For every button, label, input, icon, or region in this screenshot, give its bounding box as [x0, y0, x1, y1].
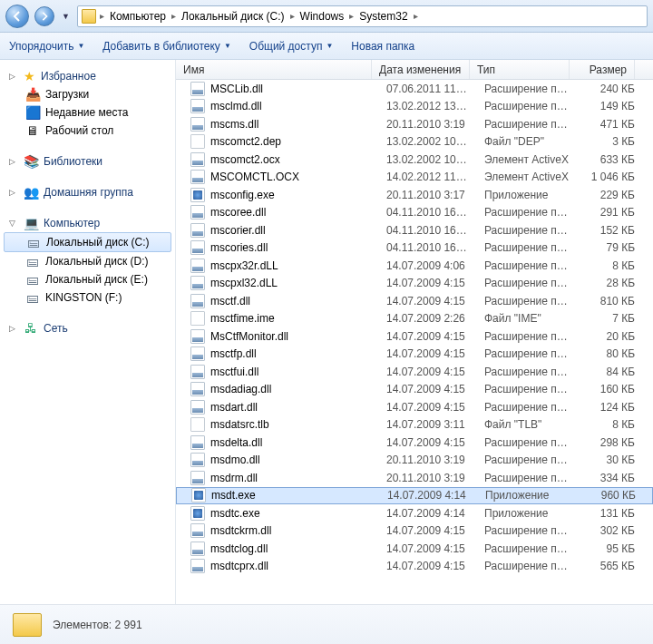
- favorites-header[interactable]: ▷★Избранное: [0, 67, 175, 85]
- folder-icon: [13, 613, 42, 637]
- dll-icon: [190, 453, 205, 467]
- file-date: 14.07.2009 4:15: [379, 560, 477, 572]
- file-size: 152 КБ: [577, 224, 642, 237]
- dll-icon: [190, 471, 205, 485]
- libraries-header[interactable]: ▷📚Библиотеки: [0, 152, 175, 171]
- file-row[interactable]: msctf.dll14.07.2009 4:15Расширение при..…: [176, 292, 653, 310]
- file-size: 20 КБ: [577, 330, 642, 343]
- file-type: Расширение при...: [477, 401, 577, 414]
- file-size: 334 КБ: [577, 472, 642, 484]
- file-type: Расширение при...: [477, 347, 577, 360]
- sidebar-downloads[interactable]: 📥Загрузки: [0, 85, 175, 103]
- column-headers[interactable]: Имя Дата изменения Тип Размер: [176, 60, 653, 80]
- file-size: 565 КБ: [577, 560, 642, 572]
- file-icon: [190, 311, 205, 326]
- file-row[interactable]: msdmo.dll20.11.2010 3:19Расширение при..…: [176, 452, 653, 470]
- file-name: msdatsrc.tlb: [210, 418, 269, 431]
- breadcrumb-separator[interactable]: ▸: [412, 11, 420, 21]
- sidebar-drive-c[interactable]: 🖴Локальный диск (C:): [4, 232, 171, 252]
- back-button[interactable]: [5, 5, 29, 28]
- file-row[interactable]: msconfig.exe20.11.2010 3:17Приложение229…: [176, 186, 653, 204]
- network-header[interactable]: ▷🖧Сеть: [0, 319, 175, 337]
- file-type: Приложение: [477, 189, 577, 201]
- sidebar-drive-d[interactable]: 🖴Локальный диск (D:): [0, 252, 175, 270]
- file-type: Расширение при...: [477, 524, 577, 537]
- exe-icon: [191, 488, 206, 503]
- file-row[interactable]: mscpxl32.dLL14.07.2009 4:15Расширение пр…: [176, 275, 653, 293]
- col-date[interactable]: Дата изменения: [372, 60, 470, 79]
- file-row[interactable]: msdtcprx.dll14.07.2009 4:15Расширение пр…: [176, 558, 653, 576]
- breadcrumb-item[interactable]: Компьютер: [108, 10, 168, 23]
- nav-pane[interactable]: ▷★Избранное 📥Загрузки 🟦Недавние места 🖥Р…: [0, 60, 176, 604]
- file-type: Расширение при...: [477, 241, 577, 254]
- file-row[interactable]: msctfui.dll14.07.2009 4:15Расширение при…: [176, 363, 653, 381]
- file-type: Расширение при...: [477, 454, 577, 466]
- file-row[interactable]: mscomct2.dep13.02.2002 10:20Файл "DEP"3 …: [176, 133, 653, 151]
- share-button[interactable]: Общий доступ ▼: [249, 40, 334, 53]
- history-dropdown[interactable]: ▼: [60, 12, 72, 21]
- file-row[interactable]: msdt.exe14.07.2009 4:14Приложение960 КБ: [176, 487, 653, 505]
- file-size: 131 КБ: [577, 507, 642, 520]
- file-row[interactable]: MSCLib.dll07.06.2011 11:13Расширение при…: [176, 80, 653, 98]
- file-row[interactable]: msclmd.dll13.02.2012 13:53Расширение при…: [176, 98, 653, 116]
- file-name: MsCtfMonitor.dll: [210, 330, 288, 343]
- file-row[interactable]: msdadiag.dll14.07.2009 4:15Расширение пр…: [176, 381, 653, 399]
- organize-button[interactable]: Упорядочить ▼: [9, 40, 84, 53]
- sidebar-drive-e[interactable]: 🖴Локальный диск (E:): [0, 270, 175, 288]
- col-name[interactable]: Имя: [176, 60, 372, 79]
- file-row[interactable]: mscomct2.ocx13.02.2002 10:26Элемент Acti…: [176, 151, 653, 169]
- file-name: msctfui.dll: [210, 366, 258, 378]
- file-row[interactable]: msdart.dll14.07.2009 4:15Расширение при.…: [176, 398, 653, 416]
- file-size: 633 КБ: [577, 153, 642, 166]
- col-type[interactable]: Тип: [470, 60, 570, 79]
- breadcrumb[interactable]: ▸Компьютер▸Локальный диск (C:)▸Windows▸S…: [77, 5, 648, 27]
- sidebar-recent[interactable]: 🟦Недавние места: [0, 103, 175, 122]
- dll-icon: [190, 523, 205, 538]
- file-row[interactable]: mscoree.dll04.11.2010 16:58Расширение пр…: [176, 204, 653, 222]
- file-name: msdelta.dll: [210, 436, 262, 449]
- file-size: 8 КБ: [577, 418, 642, 431]
- add-to-library-button[interactable]: Добавить в библиотеку ▼: [102, 40, 230, 53]
- file-row[interactable]: msdtclog.dll14.07.2009 4:15Расширение пр…: [176, 540, 653, 558]
- file-name: mscomct2.ocx: [210, 153, 280, 166]
- file-row[interactable]: msctfime.ime14.07.2009 2:26Файл "IME"7 К…: [176, 310, 653, 328]
- file-row[interactable]: msdtckrm.dll14.07.2009 4:15Расширение пр…: [176, 522, 653, 541]
- file-size: 471 КБ: [577, 118, 642, 131]
- toolbar: Упорядочить ▼ Добавить в библиотеку ▼ Об…: [0, 33, 653, 60]
- breadcrumb-item[interactable]: System32: [357, 10, 409, 23]
- homegroup-header[interactable]: ▷👥Домашняя группа: [0, 183, 175, 201]
- file-row[interactable]: mscories.dll04.11.2010 16:58Расширение п…: [176, 239, 653, 258]
- file-row[interactable]: msdrm.dll20.11.2010 3:19Расширение при..…: [176, 469, 653, 487]
- file-row[interactable]: msdelta.dll14.07.2009 4:15Расширение при…: [176, 434, 653, 452]
- file-rows[interactable]: MSCLib.dll07.06.2011 11:13Расширение при…: [176, 80, 653, 604]
- file-row[interactable]: mscpx32r.dLL14.07.2009 4:06Расширение пр…: [176, 257, 653, 275]
- file-name: msdtckrm.dll: [210, 524, 271, 537]
- breadcrumb-item[interactable]: Windows: [298, 10, 346, 23]
- file-row[interactable]: mscorier.dll04.11.2010 16:58Расширение п…: [176, 221, 653, 239]
- col-size[interactable]: Размер: [570, 60, 635, 79]
- file-list: Имя Дата изменения Тип Размер MSCLib.dll…: [176, 60, 653, 604]
- computer-header[interactable]: ▽💻Компьютер: [0, 214, 175, 232]
- file-row[interactable]: MsCtfMonitor.dll14.07.2009 4:15Расширени…: [176, 327, 653, 346]
- file-row[interactable]: msdatsrc.tlb14.07.2009 3:11Файл "TLB"8 К…: [176, 416, 653, 434]
- file-row[interactable]: MSCOMCTL.OCX14.02.2012 11:09Элемент Acti…: [176, 169, 653, 187]
- breadcrumb-item[interactable]: Локальный диск (C:): [180, 10, 287, 23]
- file-row[interactable]: msctfp.dll14.07.2009 4:15Расширение при.…: [176, 346, 653, 364]
- dll-icon: [190, 117, 205, 132]
- breadcrumb-separator[interactable]: ▸: [170, 11, 178, 21]
- sidebar-drive-f[interactable]: 🖴KINGSTON (F:): [0, 288, 175, 307]
- dll-icon: [190, 99, 205, 113]
- forward-button[interactable]: [34, 6, 54, 26]
- file-name: msctf.dll: [210, 295, 250, 307]
- file-size: 3 КБ: [577, 135, 642, 148]
- new-folder-button[interactable]: Новая папка: [351, 40, 414, 53]
- file-row[interactable]: mscms.dll20.11.2010 3:19Расширение при..…: [176, 115, 653, 133]
- file-size: 84 КБ: [577, 366, 642, 378]
- sidebar-desktop[interactable]: 🖥Рабочий стол: [0, 122, 175, 140]
- file-date: 14.07.2009 4:15: [379, 436, 477, 449]
- file-row[interactable]: msdtc.exe14.07.2009 4:14Приложение131 КБ: [176, 504, 653, 522]
- breadcrumb-separator[interactable]: ▸: [347, 11, 356, 21]
- file-date: 14.07.2009 3:11: [379, 418, 477, 431]
- breadcrumb-separator[interactable]: ▸: [288, 11, 297, 21]
- file-size: 298 КБ: [577, 436, 642, 449]
